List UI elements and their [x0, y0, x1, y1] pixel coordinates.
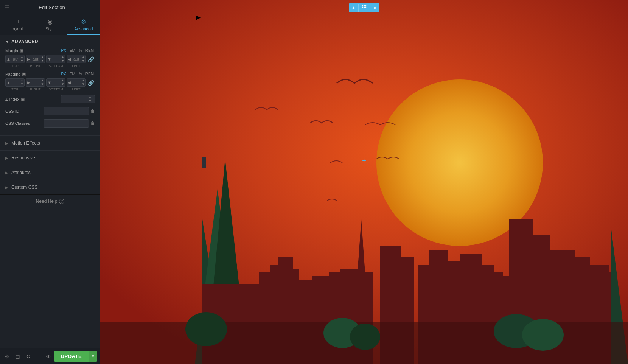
svg-point-40 — [365, 5, 366, 6]
panel-title: Edit Section — [39, 5, 65, 10]
padding-bottom-input[interactable] — [52, 79, 61, 86]
margin-top-down[interactable]: ▼ — [20, 59, 24, 63]
margin-top-up[interactable]: ▲ — [20, 55, 24, 59]
padding-unit-rem[interactable]: REM — [84, 72, 95, 76]
z-index-row: Z-Index ▣ ▲ ▼ — [5, 95, 95, 103]
preview-icon[interactable]: 👁 — [44, 352, 53, 361]
padding-bottom-down[interactable]: ▼ — [61, 82, 65, 86]
svg-point-42 — [364, 7, 365, 8]
tab-style[interactable]: ◉ Style — [33, 15, 67, 35]
responsive-header[interactable]: ▶ Responsive — [0, 151, 100, 165]
z-index-up[interactable]: ▲ — [88, 95, 92, 99]
margin-top-label: TOP — [11, 64, 18, 68]
margin-right-group: ▶ ▲ ▼ RIGHT — [26, 55, 45, 68]
svg-point-38 — [362, 5, 363, 6]
need-help-row[interactable]: Need Help ? — [0, 194, 100, 208]
css-id-label: CSS ID — [5, 109, 36, 114]
padding-top-input[interactable] — [11, 79, 20, 86]
margin-left-down[interactable]: ▼ — [81, 59, 85, 63]
margin-left-up[interactable]: ▲ — [81, 55, 85, 59]
sidebar-footer: ⚙ ◻ ↻ □ 👁 UPDATE ▼ — [0, 348, 100, 364]
padding-top-up[interactable]: ▲ — [20, 79, 24, 82]
menu-icon[interactable]: ☰ — [5, 5, 9, 11]
margin-top-input[interactable] — [11, 55, 20, 63]
margin-left-arrow-icon: ◀ — [67, 57, 72, 62]
padding-link-button[interactable]: 🔗 — [87, 79, 95, 87]
css-id-input[interactable] — [44, 107, 89, 115]
padding-monitor-icon: ▣ — [22, 72, 26, 76]
grid-icon[interactable]: ⁝ — [94, 5, 96, 11]
padding-left-input[interactable] — [72, 79, 81, 86]
padding-top-down[interactable]: ▼ — [20, 82, 24, 86]
tab-layout[interactable]: □ Layout — [0, 15, 33, 35]
layers-icon[interactable]: ◻ — [14, 352, 22, 361]
tab-advanced[interactable]: ⚙ Advanced — [67, 15, 100, 35]
margin-monitor-icon: ▣ — [20, 48, 23, 53]
settings-icon[interactable]: ⚙ — [3, 352, 11, 361]
attributes-header[interactable]: ▶ Attributes — [0, 165, 100, 180]
padding-left-group: ◀ ▲ ▼ LEFT — [67, 78, 86, 91]
css-id-input-group: 🗑 — [44, 107, 95, 115]
help-icon: ? — [59, 199, 64, 204]
advanced-icon: ⚙ — [81, 18, 86, 25]
padding-left-down[interactable]: ▼ — [81, 82, 85, 86]
padding-left-wrapper: ◀ ▲ ▼ — [67, 78, 86, 87]
padding-left-up[interactable]: ▲ — [81, 79, 85, 82]
margin-bottom-input[interactable] — [52, 55, 61, 63]
z-index-input[interactable] — [61, 95, 88, 103]
padding-inputs: ▲ ▲ ▼ TOP ▶ — [5, 78, 95, 91]
svg-point-37 — [185, 312, 227, 346]
margin-unit-percent[interactable]: % — [78, 48, 83, 53]
custom-css-header[interactable]: ▶ Custom CSS — [0, 180, 100, 194]
panel-collapse-handle[interactable]: ‹ — [202, 157, 206, 168]
margin-right-down[interactable]: ▼ — [40, 59, 45, 63]
section-add-button[interactable]: + — [349, 3, 358, 12]
margin-right-input[interactable] — [31, 55, 40, 63]
z-index-down[interactable]: ▼ — [88, 99, 92, 103]
section-center-add-icon[interactable]: + — [362, 157, 366, 165]
sidebar: ☰ Edit Section ⁝ □ Layout ◉ Style ⚙ Adva… — [0, 0, 100, 364]
padding-bottom-label: BOTTOM — [48, 87, 63, 91]
svg-point-43 — [365, 7, 366, 8]
update-button[interactable]: UPDATE — [54, 351, 89, 362]
margin-left-input[interactable] — [72, 55, 81, 63]
padding-unit-px[interactable]: PX — [60, 72, 67, 76]
padding-unit-em[interactable]: EM — [68, 72, 76, 76]
margin-bottom-down[interactable]: ▼ — [61, 59, 65, 63]
attributes-chevron-icon: ▶ — [5, 171, 8, 175]
padding-label: Padding ▣ — [5, 72, 26, 76]
padding-unit-percent[interactable]: % — [78, 72, 83, 76]
responsive-mode-icon[interactable]: □ — [35, 352, 41, 361]
margin-link-button[interactable]: 🔗 — [87, 56, 95, 63]
margin-unit-em[interactable]: EM — [68, 48, 76, 53]
padding-right-up[interactable]: ▲ — [40, 79, 45, 82]
padding-bottom-icon: ▼ — [47, 80, 52, 85]
css-id-trash-button[interactable]: 🗑 — [90, 109, 95, 114]
css-classes-input[interactable] — [44, 119, 89, 128]
padding-right-icon: ▶ — [26, 80, 31, 85]
advanced-section-header[interactable]: ▼ Advanced — [5, 39, 95, 44]
margin-unit-px[interactable]: PX — [60, 48, 67, 53]
attributes-section: ▶ Attributes — [0, 165, 100, 180]
css-classes-trash-button[interactable]: 🗑 — [90, 121, 95, 126]
section-move-button[interactable] — [359, 3, 370, 12]
section-close-button[interactable]: × — [370, 3, 379, 12]
margin-top-arrow-icon: ▲ — [6, 57, 11, 61]
padding-bottom-wrapper: ▼ ▲ ▼ — [46, 78, 65, 87]
margin-right-up[interactable]: ▲ — [40, 55, 45, 59]
margin-unit-rem[interactable]: REM — [84, 48, 95, 53]
canvas-illustration — [100, 0, 628, 364]
padding-bottom-up[interactable]: ▲ — [61, 79, 65, 82]
padding-right-down[interactable]: ▼ — [40, 82, 45, 86]
motion-effects-header[interactable]: ▶ Motion Effects — [0, 136, 100, 150]
tab-style-label: Style — [45, 26, 54, 31]
padding-right-input[interactable] — [31, 79, 40, 86]
footer-icons: ⚙ ◻ ↻ □ 👁 — [3, 352, 53, 361]
custom-css-chevron-icon: ▶ — [5, 185, 8, 190]
history-icon[interactable]: ↻ — [25, 352, 32, 361]
update-dropdown-button[interactable]: ▼ — [89, 351, 97, 362]
advanced-panel: ▼ Advanced Margin ▣ PX EM % — [0, 35, 100, 135]
margin-bottom-up[interactable]: ▲ — [61, 55, 65, 59]
responsive-section: ▶ Responsive — [0, 150, 100, 165]
tab-bar: □ Layout ◉ Style ⚙ Advanced — [0, 15, 100, 35]
